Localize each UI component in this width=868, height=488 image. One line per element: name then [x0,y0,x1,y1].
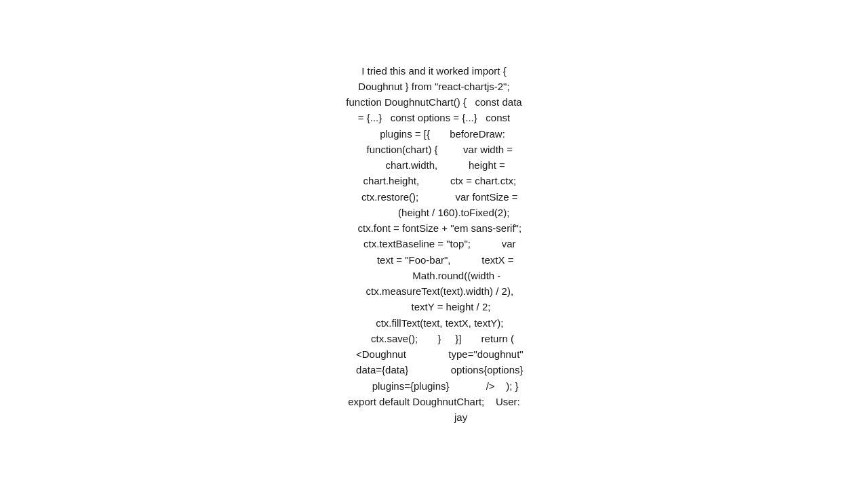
code-display: I tried this and it worked import { Doug… [344,63,523,426]
main-content: I tried this and it worked import { Doug… [344,63,523,426]
